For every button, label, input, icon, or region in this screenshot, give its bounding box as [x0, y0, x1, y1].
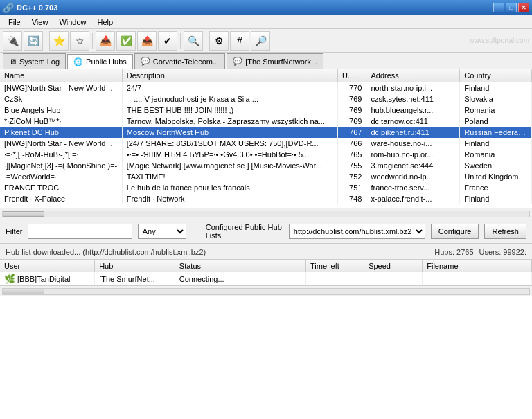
- upload-queue-button[interactable]: 📤: [137, 31, 157, 51]
- tab-corvette[interactable]: 💬 Corvette-Telecom...: [134, 53, 225, 69]
- col-header-user[interactable]: User: [0, 260, 95, 272]
- settings-button[interactable]: ⚙: [209, 31, 229, 51]
- hub-description: TAXI TIME!: [122, 171, 337, 182]
- toolbar-separator-4: [206, 33, 206, 49]
- toolbar-separator-1: [46, 33, 46, 49]
- hub-table-row[interactable]: Frendit · X-Palace Frendit · Network 748…: [0, 193, 532, 204]
- col-header-name[interactable]: Name: [0, 69, 122, 82]
- downloads-hscroll-track: [2, 288, 530, 295]
- downloads-hscroll-thumb[interactable]: [3, 289, 44, 294]
- hub-table-row[interactable]: [NWG]North Star - New World Genera... [2…: [0, 138, 532, 149]
- hub-table-row[interactable]: Blue Angels Hub THE BEST HUB !!!! JOIN !…: [0, 105, 532, 116]
- hub-country: Poland: [460, 116, 532, 127]
- hub-table-row[interactable]: Pikenet DC Hub Moscow NorthWest Hub 767 …: [0, 127, 532, 138]
- download-speed: [364, 272, 423, 285]
- hub-address: dc.pikenet.ru:411: [366, 127, 460, 138]
- hub-name: ·=WeedWorld=·: [0, 171, 122, 182]
- hub-status-bar: Hub list downloaded... (http://dchublist…: [0, 244, 532, 259]
- col-header-users[interactable]: U...: [337, 69, 366, 82]
- col-header-timeleft[interactable]: Time left: [306, 260, 364, 272]
- connect-button[interactable]: 🔌: [3, 31, 22, 51]
- hub-table-row[interactable]: ·][MagicNet][3] -=( MoonShine )=- [Magic…: [0, 160, 532, 171]
- hub-table-container: Name Description U... Address Country [N…: [0, 69, 532, 208]
- download-hub: [The SmurfNet...: [95, 272, 175, 285]
- downloads-header: User Hub Status Time left Speed Filename: [0, 260, 532, 272]
- refresh-hublist-button[interactable]: Refresh: [484, 224, 526, 239]
- window-controls: ─ □ ✕: [493, 3, 529, 12]
- filter-input[interactable]: [28, 224, 132, 239]
- maximize-button[interactable]: □: [506, 3, 517, 12]
- hub-table-row[interactable]: FRANCE TROC Le hub de la france pour les…: [0, 182, 532, 193]
- hub-country: Sweden: [460, 160, 532, 171]
- col-header-country[interactable]: Country: [460, 69, 532, 82]
- col-header-hub[interactable]: Hub: [95, 260, 175, 272]
- tab-smurf[interactable]: 💬 [The SmurfNetwork...: [227, 53, 323, 69]
- downloads-body: 🌿 [BBB]TanDigital [The SmurfNet... Conne…: [0, 272, 532, 285]
- search-button[interactable]: 🔎: [251, 31, 270, 51]
- hub-country: France: [460, 182, 532, 193]
- configure-button[interactable]: Configure: [431, 224, 479, 239]
- finished-uploads-button[interactable]: ✔: [158, 31, 177, 51]
- hub-address: rom-hub.no-ip.or...: [366, 149, 460, 160]
- hub-country: Slovakia: [460, 93, 532, 105]
- hub-country: Romania: [460, 105, 532, 116]
- hub-address: france-troc.serv...: [366, 182, 460, 193]
- system-log-icon: 🖥: [9, 57, 17, 66]
- hub-table-row[interactable]: ·=·*][·-RoM-HuB·-]*[·=· •·=• -ЯШМ НЪЯ 4 …: [0, 149, 532, 160]
- hub-hscroll-thumb[interactable]: [3, 211, 44, 217]
- hub-table-body: [NWG]North Star - New World Genera... 24…: [0, 82, 532, 205]
- hub-url-select[interactable]: http://dchublist.com/hublist.xml.bz2: [289, 224, 425, 239]
- col-header-description[interactable]: Description: [122, 69, 337, 82]
- hub-users: 769: [337, 105, 366, 116]
- app-icon: 🔗: [3, 3, 14, 13]
- hub-hscroll[interactable]: [0, 208, 532, 219]
- hub-table-scroll[interactable]: Name Description U... Address Country [N…: [0, 69, 532, 208]
- col-header-speed[interactable]: Speed: [364, 260, 423, 272]
- download-row[interactable]: 🌿 [BBB]TanDigital [The SmurfNet... Conne…: [0, 272, 532, 285]
- favorites-button[interactable]: ⭐: [49, 31, 69, 51]
- col-header-filename[interactable]: Filename: [423, 260, 532, 272]
- hash-button[interactable]: #: [230, 31, 249, 51]
- corvette-icon: 💬: [141, 57, 150, 66]
- close-button[interactable]: ✕: [518, 3, 529, 12]
- hub-hscroll-track: [2, 211, 530, 217]
- spy-button[interactable]: 🔍: [184, 31, 203, 51]
- minimize-button[interactable]: ─: [493, 3, 504, 12]
- finished-downloads-button[interactable]: ✅: [116, 31, 136, 51]
- menu-item-help[interactable]: Help: [92, 17, 119, 28]
- hub-table-row[interactable]: *·ZiCoM HuB™*· Tarnow, Malopolska, Polsk…: [0, 116, 532, 127]
- hub-users: 752: [337, 171, 366, 182]
- menu-item-file[interactable]: File: [3, 17, 26, 28]
- download-queue-button[interactable]: 📥: [96, 31, 115, 51]
- hub-country: Romania: [460, 149, 532, 160]
- refresh-button[interactable]: 🔄: [24, 31, 43, 51]
- toolbar-separator-3: [180, 33, 181, 49]
- hub-description: [24/7 SHARE: 8GB/1SLOT MAX USERS: 750],[…: [122, 138, 337, 149]
- download-timeleft: [306, 272, 364, 285]
- menu-item-window[interactable]: Window: [53, 17, 91, 28]
- hub-table-row[interactable]: [NWG]North Star - New World Genera... 24…: [0, 82, 532, 94]
- hub-address: north-star.no-ip.i...: [366, 82, 460, 94]
- hub-description: Tarnow, Malopolska, Polska - Zapraszamy …: [122, 116, 337, 127]
- hub-address: ware-house.no-i...: [366, 138, 460, 149]
- hub-description: - -.::. V jednoduchosti je Krasa a Sila …: [122, 93, 337, 105]
- tab-bar: 🖥 System Log 🌐 Public Hubs 💬 Corvette-Te…: [0, 53, 532, 69]
- toolbar: 🔌 🔄 ⭐ ☆ 📥 ✅ 📤 ✔ 🔍 ⚙ # 🔎 www.softportal.c…: [0, 29, 532, 53]
- hub-name: Blue Angels Hub: [0, 105, 122, 116]
- menu-bar: FileViewWindowHelp: [0, 15, 532, 29]
- col-header-address[interactable]: Address: [366, 69, 460, 82]
- hub-table-row[interactable]: ·=WeedWorld=· TAXI TIME! 752 weedworld.n…: [0, 171, 532, 182]
- tab-system-log[interactable]: 🖥 System Log: [3, 53, 66, 69]
- download-status: Connecting...: [175, 272, 305, 285]
- downloads-hscroll[interactable]: [0, 285, 532, 296]
- fav-hubs-button[interactable]: ☆: [70, 31, 89, 51]
- filter-label: Filter: [6, 227, 22, 235]
- configured-label: Configured Public Hub Lists: [206, 223, 283, 240]
- filter-type-select[interactable]: Any Name Description Users Address Count…: [138, 224, 186, 239]
- menu-item-view[interactable]: View: [26, 17, 54, 28]
- col-header-status[interactable]: Status: [175, 260, 305, 272]
- hub-table-row[interactable]: CzSk - -.::. V jednoduchosti je Krasa a …: [0, 93, 532, 105]
- hub-country: Finland: [460, 82, 532, 94]
- hub-users: 769: [337, 93, 366, 105]
- tab-public-hubs[interactable]: 🌐 Public Hubs: [67, 54, 133, 69]
